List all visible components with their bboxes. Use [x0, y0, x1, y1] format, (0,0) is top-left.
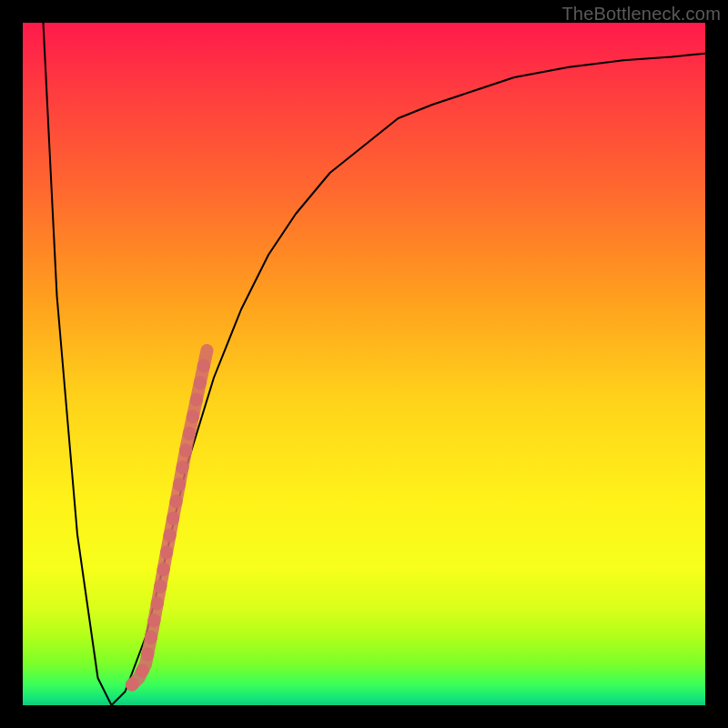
curve-layer: [44, 23, 706, 705]
chart-frame: TheBottleneck.com: [0, 0, 728, 728]
highlight-segment: [132, 350, 207, 685]
watermark-text: TheBottleneck.com: [561, 4, 721, 25]
bottleneck-curve: [44, 23, 706, 705]
chart-svg: [23, 23, 705, 705]
highlight-layer: [132, 350, 207, 685]
plot-area: [23, 23, 705, 705]
